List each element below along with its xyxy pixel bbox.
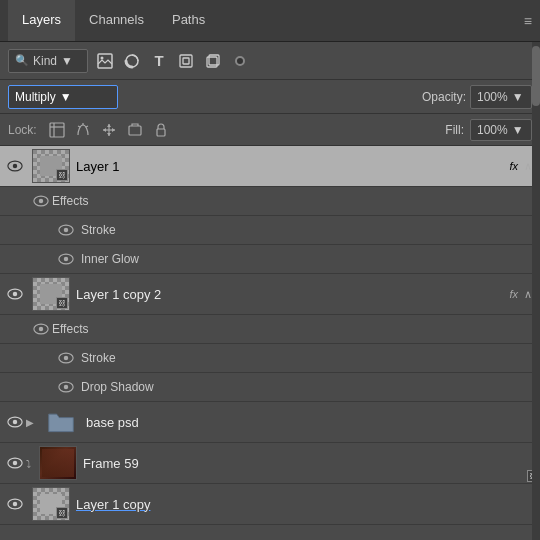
svg-marker-12 bbox=[107, 124, 111, 127]
link-indicator: ⛓ bbox=[56, 507, 68, 519]
visibility-icon[interactable] bbox=[4, 155, 26, 177]
smart-object-filter-icon[interactable] bbox=[202, 50, 224, 72]
lock-position-icon[interactable] bbox=[99, 120, 119, 140]
svg-point-23 bbox=[64, 228, 68, 232]
kind-arrow: ▼ bbox=[61, 54, 73, 68]
tabs-left: Layers Channels Paths bbox=[8, 0, 219, 41]
layer-thumbnail: ⛓ bbox=[32, 487, 70, 521]
effects-row[interactable]: Effects bbox=[0, 315, 540, 344]
opacity-value: 100% bbox=[477, 90, 508, 104]
opacity-label: Opacity: bbox=[422, 90, 466, 104]
svg-point-39 bbox=[13, 502, 17, 506]
effects-label: Effects bbox=[52, 194, 88, 208]
dot-filter-icon[interactable] bbox=[229, 50, 251, 72]
layer-row[interactable]: ⛓ Layer 1 copy bbox=[0, 484, 540, 525]
svg-marker-14 bbox=[103, 128, 106, 132]
stroke-label: Stroke bbox=[81, 223, 116, 237]
inner-glow-label: Inner Glow bbox=[81, 252, 139, 266]
svg-point-19 bbox=[13, 164, 17, 168]
opacity-arrow: ▼ bbox=[512, 90, 524, 104]
layer-thumbnail: ⛓ bbox=[32, 277, 70, 311]
lock-row: Lock: bbox=[0, 114, 540, 146]
kind-select[interactable]: 🔍 Kind ▼ bbox=[8, 49, 88, 73]
drop-shadow-visibility-icon[interactable] bbox=[55, 376, 77, 398]
lock-pixels-icon[interactable] bbox=[73, 120, 93, 140]
fill-select[interactable]: 100% ▼ bbox=[470, 119, 532, 141]
svg-point-29 bbox=[39, 327, 43, 331]
svg-point-33 bbox=[64, 385, 68, 389]
toolbar-icons: T bbox=[94, 50, 532, 72]
effects-label: Effects bbox=[52, 322, 88, 336]
drop-shadow-label: Drop Shadow bbox=[81, 380, 154, 394]
layer-thumbnail: ⛓ bbox=[32, 149, 70, 183]
fill-label: Fill: bbox=[445, 123, 464, 137]
expand-arrow[interactable]: ∧ bbox=[524, 160, 532, 173]
circle-filter-icon[interactable] bbox=[121, 50, 143, 72]
tab-paths[interactable]: Paths bbox=[158, 0, 219, 41]
layer-row[interactable]: ⛓ Layer 1 fx ∧ bbox=[0, 146, 540, 187]
svg-marker-13 bbox=[107, 133, 111, 136]
stroke-effect-row[interactable]: Stroke bbox=[0, 216, 540, 245]
stroke-visibility-icon[interactable] bbox=[55, 219, 77, 241]
layers-list: ⛓ Layer 1 fx ∧ Effects Stroke bbox=[0, 146, 540, 540]
lock-artboard-icon[interactable] bbox=[125, 120, 145, 140]
transform-filter-icon[interactable] bbox=[175, 50, 197, 72]
layer-row[interactable]: ⛓ Layer 1 copy 2 fx ∧ bbox=[0, 274, 540, 315]
svg-rect-0 bbox=[98, 54, 112, 68]
text-filter-icon[interactable]: T bbox=[148, 50, 170, 72]
effects-row[interactable]: Effects bbox=[0, 187, 540, 216]
svg-rect-4 bbox=[183, 58, 189, 64]
effects-visibility-icon[interactable] bbox=[30, 318, 52, 340]
effects-visibility-icon[interactable] bbox=[30, 190, 52, 212]
expand-arrow[interactable]: ∧ bbox=[524, 288, 532, 301]
blend-row: Multiply ▼ Opacity: 100% ▼ bbox=[0, 80, 540, 114]
kind-label: Kind bbox=[33, 54, 57, 68]
svg-marker-15 bbox=[112, 128, 115, 132]
svg-point-31 bbox=[64, 356, 68, 360]
tab-channels[interactable]: Channels bbox=[75, 0, 158, 41]
scrollbar[interactable] bbox=[532, 42, 540, 540]
tab-layers[interactable]: Layers bbox=[8, 0, 75, 41]
layer-name: Layer 1 copy bbox=[76, 497, 536, 512]
visibility-icon[interactable] bbox=[4, 493, 26, 515]
svg-point-1 bbox=[101, 56, 104, 59]
svg-rect-3 bbox=[180, 55, 192, 67]
tabs-bar: Layers Channels Paths ≡ bbox=[0, 0, 540, 42]
fill-value: 100% bbox=[477, 123, 508, 137]
folder-collapse-arrow[interactable]: ▶ bbox=[26, 417, 34, 428]
svg-point-21 bbox=[39, 199, 43, 203]
visibility-icon[interactable] bbox=[4, 452, 26, 474]
scroll-thumb[interactable] bbox=[532, 46, 540, 106]
blend-mode-select[interactable]: Multiply ▼ bbox=[8, 85, 118, 109]
image-filter-icon[interactable] bbox=[94, 50, 116, 72]
blend-mode-label: Multiply bbox=[15, 90, 56, 104]
layer-row[interactable]: ▶ base psd bbox=[0, 402, 540, 443]
inner-glow-effect-row[interactable]: Inner Glow bbox=[0, 245, 540, 274]
layer-name: Frame 59 bbox=[83, 456, 536, 471]
opacity-row: Opacity: 100% ▼ bbox=[422, 85, 532, 109]
svg-point-35 bbox=[13, 420, 17, 424]
svg-point-25 bbox=[64, 257, 68, 261]
layer-row[interactable]: ⤵ ⛓ Frame 59 bbox=[0, 443, 540, 484]
stroke-visibility-icon-2[interactable] bbox=[55, 347, 77, 369]
opacity-select[interactable]: 100% ▼ bbox=[470, 85, 532, 109]
folder-thumbnail bbox=[42, 405, 80, 439]
fill-arrow: ▼ bbox=[512, 123, 524, 137]
layer-name: Layer 1 copy 2 bbox=[76, 287, 509, 302]
drop-shadow-effect-row[interactable]: Drop Shadow bbox=[0, 373, 540, 402]
linked-icon: ⤵ bbox=[26, 458, 31, 469]
lock-transparency-icon[interactable] bbox=[47, 120, 67, 140]
panel-menu-icon[interactable]: ≡ bbox=[524, 13, 532, 29]
svg-point-37 bbox=[13, 461, 17, 465]
frame-thumbnail: ⛓ bbox=[39, 446, 77, 480]
svg-point-27 bbox=[13, 292, 17, 296]
fx-label: fx bbox=[509, 288, 518, 300]
layer-name: base psd bbox=[86, 415, 536, 430]
lock-all-icon[interactable] bbox=[151, 120, 171, 140]
stroke-label-2: Stroke bbox=[81, 351, 116, 365]
visibility-icon[interactable] bbox=[4, 283, 26, 305]
inner-glow-visibility-icon[interactable] bbox=[55, 248, 77, 270]
stroke-effect-row-2[interactable]: Stroke bbox=[0, 344, 540, 373]
toolbar-row: 🔍 Kind ▼ T bbox=[0, 42, 540, 80]
visibility-icon[interactable] bbox=[4, 411, 26, 433]
